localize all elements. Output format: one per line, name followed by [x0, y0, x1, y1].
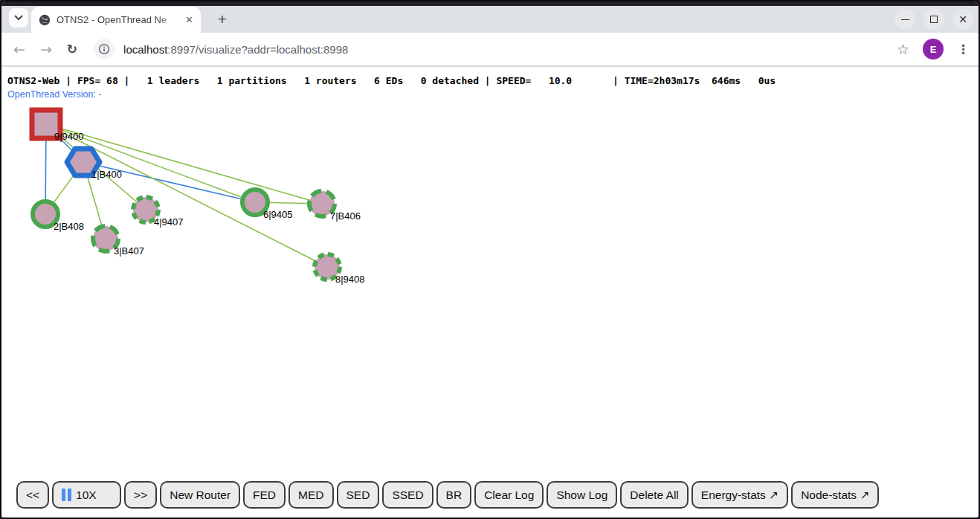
button-label: Energy-stats ↗	[701, 489, 778, 502]
rewind-button[interactable]: <<	[16, 481, 49, 509]
fast-forward-button[interactable]: >>	[124, 481, 157, 509]
reload-button[interactable]: ↻	[67, 43, 77, 56]
button-label: New Router	[170, 489, 231, 502]
favicon-globe-icon	[39, 14, 51, 26]
button-label: BR	[446, 489, 462, 502]
tab-title: OTNS2 - OpenThread Ne	[57, 14, 181, 25]
url-host: localhost	[123, 43, 167, 56]
button-label: 10X	[76, 489, 97, 502]
button-label: Node-stats ↗	[801, 489, 869, 502]
address-bar[interactable]: localhost:8997/visualize?addr=localhost:…	[123, 43, 348, 56]
energy-stats-button[interactable]: Energy-stats ↗	[692, 481, 788, 509]
delete-all-button[interactable]: Delete All	[620, 481, 688, 509]
button-label: Show Log	[556, 489, 607, 502]
ssed-button[interactable]: SSED	[382, 481, 433, 509]
button-label: <<	[26, 489, 39, 502]
button-label: Delete All	[630, 489, 678, 502]
button-label: MED	[298, 489, 323, 502]
pause-icon	[62, 489, 71, 501]
button-label: >>	[134, 489, 147, 502]
node-stats-button[interactable]: Node-stats ↗	[791, 481, 879, 509]
forward-button[interactable]: →	[40, 42, 52, 57]
openthread-version-link[interactable]: OpenThread Version: -	[7, 89, 101, 100]
tab-strip: OTNS2 - OpenThread Ne ✕ + ✕	[1, 6, 979, 33]
chevron-down-icon	[14, 15, 23, 21]
simulation-status-bar: OTNS2-Web | FPS= 68 | 1 leaders 1 partit…	[7, 75, 776, 86]
url-path: :8997/visualize?addr=localhost:8998	[167, 43, 348, 56]
speed-button[interactable]: 10X	[52, 481, 121, 509]
action-toolbar: <<10X>>New RouterFEDMEDSEDSSEDBRClear Lo…	[16, 481, 879, 509]
br-button[interactable]: BR	[436, 481, 472, 509]
button-label: Clear Log	[484, 489, 534, 502]
info-icon	[98, 43, 110, 55]
browser-menu-icon[interactable]: ⋮	[957, 42, 970, 57]
back-button[interactable]: ←	[13, 42, 25, 57]
node-label-7: 7|B406	[330, 210, 361, 222]
node-label-4: 4|9407	[154, 216, 184, 228]
show-log-button[interactable]: Show Log	[547, 481, 617, 509]
profile-avatar[interactable]: E	[923, 39, 944, 59]
toolbar-right: ☆ E ⋮	[897, 39, 970, 59]
tab-search-button[interactable]	[9, 8, 28, 28]
fed-button[interactable]: FED	[243, 481, 286, 509]
clear-log-button[interactable]: Clear Log	[474, 481, 544, 509]
button-label: SSED	[392, 489, 423, 502]
browser-toolbar: ← → ↻ localhost:8997/visualize?addr=loca…	[1, 33, 979, 67]
browser-window: OTNS2 - OpenThread Ne ✕ + ✕ ← → ↻ localh…	[0, 0, 980, 519]
bookmark-star-icon[interactable]: ☆	[897, 41, 909, 57]
window-controls: ✕	[894, 9, 973, 30]
maximize-icon	[930, 16, 938, 23]
node-label-8: 8|9408	[335, 274, 365, 285]
node-label-3: 3|B407	[114, 245, 144, 257]
maximize-button[interactable]	[923, 9, 944, 30]
node-label-2: 2|B408	[54, 221, 84, 232]
close-button[interactable]: ✕	[952, 9, 973, 30]
network-canvas[interactable]: 9|94001|B4002|B4083|B4074|94076|94057|B4…	[1, 67, 979, 515]
site-info-button[interactable]	[94, 39, 115, 59]
button-label: FED	[253, 489, 276, 502]
med-button[interactable]: MED	[288, 481, 333, 509]
new-router-button[interactable]: New Router	[160, 481, 240, 509]
new-tab-button[interactable]: +	[212, 9, 233, 30]
minimize-icon	[901, 19, 909, 20]
minimize-button[interactable]	[894, 9, 915, 30]
node-label-6: 6|9405	[263, 209, 293, 220]
tab-close-icon[interactable]: ✕	[185, 14, 193, 25]
sed-button[interactable]: SED	[337, 481, 380, 509]
node-label-1: 1|B400	[91, 169, 122, 180]
close-icon: ✕	[958, 14, 967, 25]
tab-otns2[interactable]: OTNS2 - OpenThread Ne ✕	[31, 7, 201, 33]
link-9-8	[46, 124, 327, 267]
page-content: OTNS2-Web | FPS= 68 | 1 leaders 1 partit…	[1, 67, 979, 515]
node-label-9: 9|9400	[54, 131, 84, 142]
button-label: SED	[346, 489, 370, 502]
